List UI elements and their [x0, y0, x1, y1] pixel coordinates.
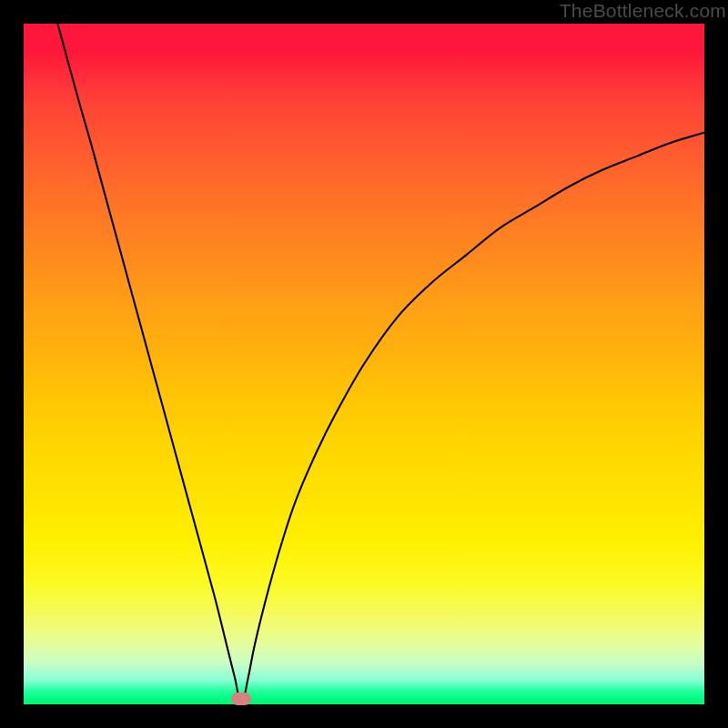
chart-frame — [24, 24, 704, 704]
optimal-point-marker — [231, 693, 251, 705]
watermark-text: TheBottleneck.com — [560, 0, 726, 22]
chart-gradient-background — [24, 24, 704, 704]
